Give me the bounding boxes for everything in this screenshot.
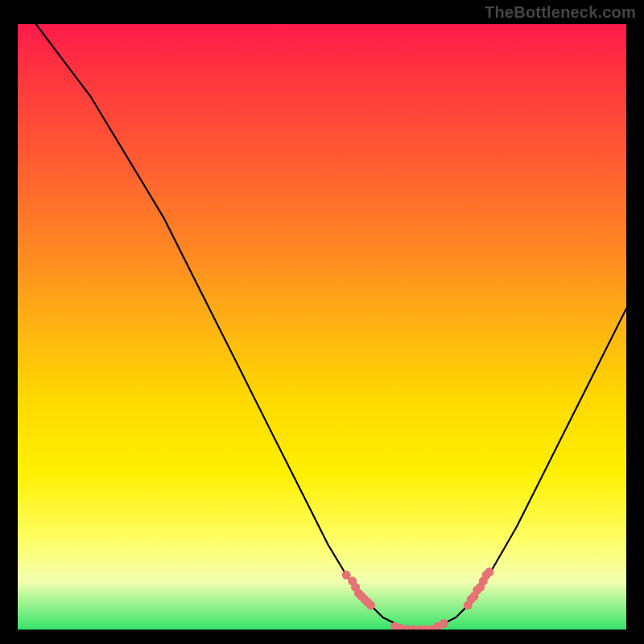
dot-markers — [342, 568, 494, 630]
curve-line — [36, 24, 626, 630]
chart-container: TheBottleneck.com — [0, 0, 644, 644]
svg-point-16 — [440, 619, 448, 628]
plot-area — [18, 24, 626, 630]
chart-svg — [18, 24, 626, 630]
svg-point-24 — [485, 568, 493, 576]
svg-point-7 — [366, 601, 375, 609]
watermark-text: TheBottleneck.com — [485, 3, 636, 22]
